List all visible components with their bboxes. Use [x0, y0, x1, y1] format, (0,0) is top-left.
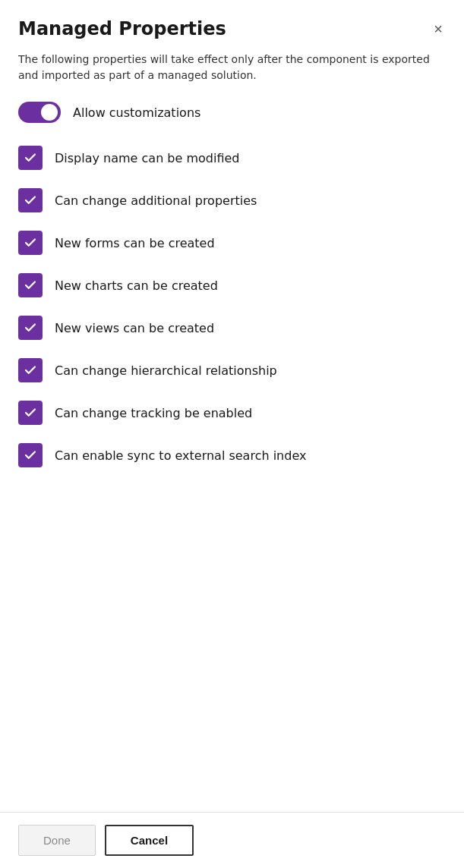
checkbox-label-6: Can change tracking be enabled [55, 406, 252, 420]
checkbox-item: Can change additional properties [18, 181, 446, 220]
checkbox-box-4[interactable] [18, 316, 43, 340]
managed-properties-dialog: Managed Properties × The following prope… [0, 0, 464, 812]
allow-customizations-toggle[interactable] [18, 102, 61, 123]
checkbox-box-1[interactable] [18, 188, 43, 212]
checkbox-box-3[interactable] [18, 273, 43, 297]
checkbox-box-5[interactable] [18, 358, 43, 382]
allow-customizations-toggle-row: Allow customizations [18, 102, 446, 123]
checkbox-label-7: Can enable sync to external search index [55, 448, 306, 463]
checkbox-label-3: New charts can be created [55, 278, 218, 293]
checkbox-item: New forms can be created [18, 223, 446, 263]
done-button[interactable]: Done [18, 825, 96, 856]
checkbox-item: Can change hierarchical relationship [18, 351, 446, 390]
toggle-slider [18, 102, 61, 123]
checkbox-box-0[interactable] [18, 146, 43, 170]
dialog-header: Managed Properties × [18, 18, 446, 39]
dialog-description: The following properties will take effec… [18, 52, 446, 83]
checkbox-box-6[interactable] [18, 401, 43, 425]
toggle-label: Allow customizations [73, 105, 200, 120]
cancel-button[interactable]: Cancel [105, 825, 194, 856]
checkbox-item: Display name can be modified [18, 138, 446, 178]
checkbox-label-2: New forms can be created [55, 236, 215, 250]
checkbox-item: New charts can be created [18, 266, 446, 305]
checkbox-item: Can change tracking be enabled [18, 393, 446, 432]
checkbox-list: Display name can be modified Can change … [18, 138, 446, 475]
checkbox-label-5: Can change hierarchical relationship [55, 363, 277, 378]
checkbox-box-2[interactable] [18, 231, 43, 255]
close-button[interactable]: × [431, 18, 446, 39]
checkbox-label-0: Display name can be modified [55, 151, 240, 165]
checkbox-item: New views can be created [18, 308, 446, 348]
checkbox-label-4: New views can be created [55, 321, 214, 335]
dialog-footer: Done Cancel [0, 812, 464, 868]
checkbox-box-7[interactable] [18, 443, 43, 467]
dialog-title: Managed Properties [18, 18, 226, 39]
checkbox-item: Can enable sync to external search index [18, 436, 446, 475]
checkbox-label-1: Can change additional properties [55, 193, 257, 208]
